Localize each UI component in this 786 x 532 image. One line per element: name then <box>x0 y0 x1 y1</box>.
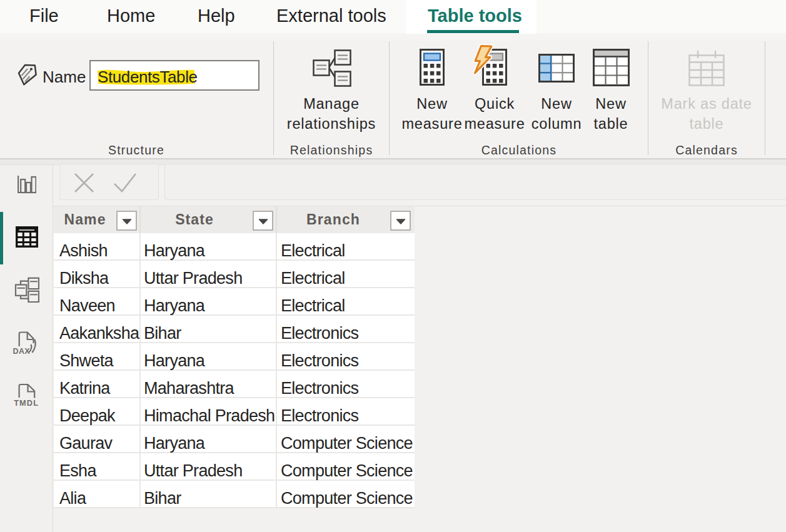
svg-text:TMDL: TMDL <box>14 398 39 408</box>
svg-text:DAX: DAX <box>13 347 31 356</box>
